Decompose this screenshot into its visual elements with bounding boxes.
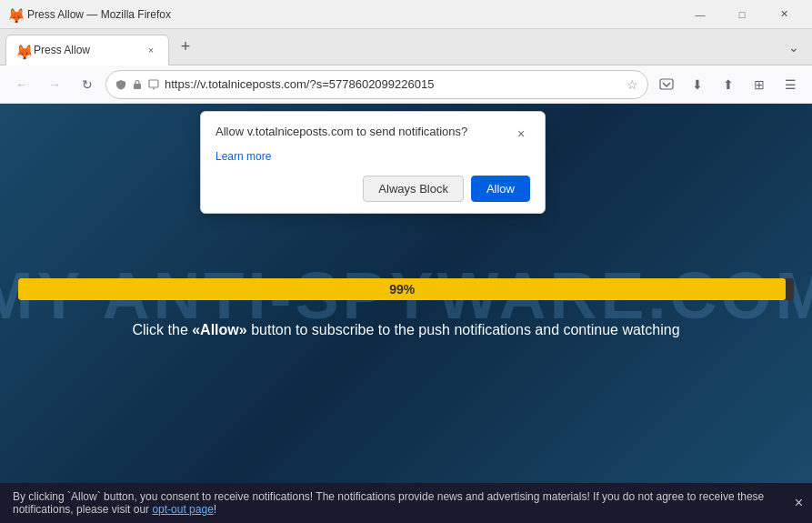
bottom-bar: By clicking `Allow` button, you consent … bbox=[0, 483, 812, 523]
main-content: MY ANTI-SPYWARE.COM 99% Click the «Allow… bbox=[0, 104, 812, 488]
clicking-word: clicking bbox=[28, 490, 64, 503]
pocket-button[interactable] bbox=[652, 70, 681, 99]
titlebar-title: Press Allow — Mozilla Firefox bbox=[27, 8, 171, 21]
svg-point-2 bbox=[153, 87, 155, 89]
navbar: ← → ↻ https://v.totalniceposts.com/?s=57… bbox=[0, 65, 812, 104]
download-button[interactable]: ⬇ bbox=[683, 70, 712, 99]
active-tab[interactable]: 🦊 Press Allow × bbox=[5, 35, 169, 65]
progress-container: 99% bbox=[18, 278, 794, 300]
lock-icon bbox=[132, 79, 143, 90]
share-button[interactable]: ⬆ bbox=[714, 70, 743, 99]
bottom-bar-text: By clicking `Allow` button, you consent … bbox=[13, 490, 776, 516]
refresh-button[interactable]: ↻ bbox=[73, 70, 102, 99]
maximize-button[interactable]: □ bbox=[721, 0, 763, 29]
allow-button[interactable]: Allow bbox=[471, 176, 530, 202]
progress-fill: 99% bbox=[18, 278, 786, 300]
notification-popup: Allow v.totalniceposts.com to send notif… bbox=[200, 111, 546, 214]
opt-out-link[interactable]: opt-out page bbox=[152, 503, 213, 516]
firefox-icon: 🦊 bbox=[7, 7, 22, 22]
security-icon bbox=[115, 79, 126, 90]
titlebar-controls: — □ ✕ bbox=[679, 0, 805, 29]
notif-buttons: Always Block Allow bbox=[216, 176, 530, 202]
cta-text: Click the «Allow» button to subscribe to… bbox=[0, 322, 812, 338]
bottom-close-button[interactable]: × bbox=[795, 495, 803, 511]
notif-close-button[interactable]: × bbox=[512, 125, 530, 143]
notification-icon bbox=[148, 79, 159, 90]
menu-button[interactable]: ☰ bbox=[776, 70, 805, 99]
notif-title: Allow v.totalniceposts.com to send notif… bbox=[216, 125, 512, 138]
navbar-right: ⬇ ⬆ ⊞ ☰ bbox=[652, 70, 805, 99]
tab-overflow-button[interactable]: ⌄ bbox=[781, 35, 807, 60]
bookmark-icon[interactable]: ☆ bbox=[627, 77, 638, 92]
progress-bar: 99% bbox=[18, 278, 794, 300]
tab-favicon: 🦊 bbox=[15, 44, 28, 56]
svg-rect-1 bbox=[149, 80, 158, 87]
learn-more-link[interactable]: Learn more bbox=[216, 150, 530, 163]
notif-header: Allow v.totalniceposts.com to send notif… bbox=[216, 125, 530, 143]
bottom-bar-text-end: ! bbox=[214, 503, 216, 516]
svg-rect-0 bbox=[134, 84, 141, 89]
cta-allow-word: «Allow» bbox=[192, 322, 246, 337]
tab-close-button[interactable]: × bbox=[143, 42, 159, 58]
progress-text: 99% bbox=[389, 282, 415, 297]
svg-rect-3 bbox=[660, 79, 673, 89]
titlebar-left: 🦊 Press Allow — Mozilla Firefox bbox=[7, 7, 171, 22]
extensions-button[interactable]: ⊞ bbox=[745, 70, 774, 99]
address-bar[interactable]: https://v.totalniceposts.com/?s=57786020… bbox=[105, 70, 648, 99]
back-button[interactable]: ← bbox=[7, 70, 36, 99]
minimize-button[interactable]: — bbox=[679, 0, 721, 29]
always-block-button[interactable]: Always Block bbox=[363, 176, 464, 202]
forward-button[interactable]: → bbox=[40, 70, 69, 99]
tab-title: Press Allow bbox=[34, 44, 137, 56]
tabbar: 🦊 Press Allow × + ⌄ bbox=[0, 29, 812, 65]
new-tab-button[interactable]: + bbox=[173, 35, 198, 60]
close-button[interactable]: ✕ bbox=[763, 0, 805, 29]
url-text: https://v.totalniceposts.com/?s=57786020… bbox=[165, 77, 621, 91]
titlebar: 🦊 Press Allow — Mozilla Firefox — □ ✕ bbox=[0, 0, 812, 29]
